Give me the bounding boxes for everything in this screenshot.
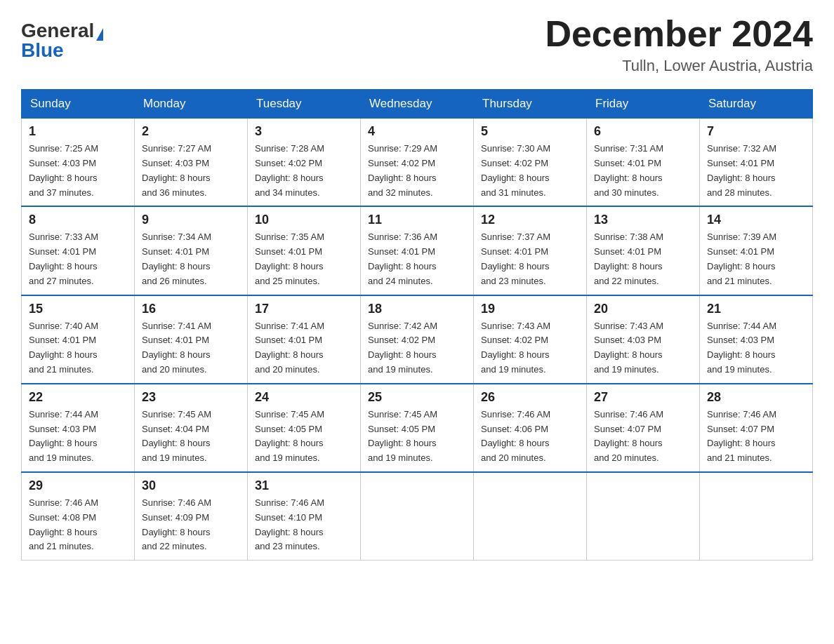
- month-title: December 2024: [545, 14, 813, 54]
- calendar-day-cell: 6Sunrise: 7:31 AMSunset: 4:01 PMDaylight…: [587, 119, 700, 207]
- day-info: Sunrise: 7:32 AMSunset: 4:01 PMDaylight:…: [707, 142, 805, 200]
- day-number: 24: [255, 390, 353, 405]
- day-info: Sunrise: 7:46 AMSunset: 4:10 PMDaylight:…: [255, 496, 353, 554]
- calendar-day-cell: [587, 472, 700, 561]
- calendar-day-cell: 5Sunrise: 7:30 AMSunset: 4:02 PMDaylight…: [474, 119, 587, 207]
- day-number: 22: [29, 390, 127, 405]
- day-number: 5: [481, 124, 579, 139]
- calendar-day-cell: 7Sunrise: 7:32 AMSunset: 4:01 PMDaylight…: [700, 119, 813, 207]
- day-info: Sunrise: 7:37 AMSunset: 4:01 PMDaylight:…: [481, 230, 579, 288]
- day-info: Sunrise: 7:36 AMSunset: 4:01 PMDaylight:…: [368, 230, 466, 288]
- day-info: Sunrise: 7:31 AMSunset: 4:01 PMDaylight:…: [594, 142, 692, 200]
- day-info: Sunrise: 7:28 AMSunset: 4:02 PMDaylight:…: [255, 142, 353, 200]
- weekday-header-friday: Friday: [587, 90, 700, 119]
- calendar-day-cell: 11Sunrise: 7:36 AMSunset: 4:01 PMDayligh…: [361, 206, 474, 295]
- day-info: Sunrise: 7:25 AMSunset: 4:03 PMDaylight:…: [29, 142, 127, 200]
- calendar-day-cell: 16Sunrise: 7:41 AMSunset: 4:01 PMDayligh…: [135, 295, 248, 384]
- day-number: 3: [255, 124, 353, 139]
- calendar-day-cell: 2Sunrise: 7:27 AMSunset: 4:03 PMDaylight…: [135, 119, 248, 207]
- day-number: 30: [142, 478, 240, 493]
- day-info: Sunrise: 7:39 AMSunset: 4:01 PMDaylight:…: [707, 230, 805, 288]
- day-number: 20: [594, 302, 692, 316]
- day-number: 16: [142, 302, 240, 316]
- day-info: Sunrise: 7:46 AMSunset: 4:09 PMDaylight:…: [142, 496, 240, 554]
- day-info: Sunrise: 7:42 AMSunset: 4:02 PMDaylight:…: [368, 319, 466, 377]
- calendar-day-cell: 30Sunrise: 7:46 AMSunset: 4:09 PMDayligh…: [135, 472, 248, 561]
- day-info: Sunrise: 7:46 AMSunset: 4:07 PMDaylight:…: [707, 408, 805, 466]
- day-number: 1: [29, 124, 127, 139]
- day-info: Sunrise: 7:46 AMSunset: 4:08 PMDaylight:…: [29, 496, 127, 554]
- day-number: 10: [255, 213, 353, 227]
- day-number: 19: [481, 302, 579, 316]
- day-info: Sunrise: 7:43 AMSunset: 4:03 PMDaylight:…: [594, 319, 692, 377]
- calendar-day-cell: 19Sunrise: 7:43 AMSunset: 4:02 PMDayligh…: [474, 295, 587, 384]
- day-info: Sunrise: 7:45 AMSunset: 4:04 PMDaylight:…: [142, 408, 240, 466]
- day-number: 31: [255, 478, 353, 493]
- calendar-week-row: 29Sunrise: 7:46 AMSunset: 4:08 PMDayligh…: [22, 472, 813, 561]
- day-info: Sunrise: 7:29 AMSunset: 4:02 PMDaylight:…: [368, 142, 466, 200]
- calendar-day-cell: [361, 472, 474, 561]
- day-info: Sunrise: 7:33 AMSunset: 4:01 PMDaylight:…: [29, 230, 127, 288]
- weekday-header-row: SundayMondayTuesdayWednesdayThursdayFrid…: [22, 90, 813, 119]
- calendar-day-cell: 13Sunrise: 7:38 AMSunset: 4:01 PMDayligh…: [587, 206, 700, 295]
- day-number: 23: [142, 390, 240, 405]
- logo-line1: General: [21, 21, 103, 41]
- calendar-week-row: 15Sunrise: 7:40 AMSunset: 4:01 PMDayligh…: [22, 295, 813, 384]
- calendar-day-cell: 8Sunrise: 7:33 AMSunset: 4:01 PMDaylight…: [22, 206, 135, 295]
- calendar-day-cell: 20Sunrise: 7:43 AMSunset: 4:03 PMDayligh…: [587, 295, 700, 384]
- calendar-day-cell: 25Sunrise: 7:45 AMSunset: 4:05 PMDayligh…: [361, 384, 474, 472]
- calendar-day-cell: 24Sunrise: 7:45 AMSunset: 4:05 PMDayligh…: [248, 384, 361, 472]
- day-number: 9: [142, 213, 240, 227]
- day-info: Sunrise: 7:44 AMSunset: 4:03 PMDaylight:…: [707, 319, 805, 377]
- location-title: Tulln, Lower Austria, Austria: [545, 57, 813, 75]
- day-number: 4: [368, 124, 466, 139]
- logo-blue-text: Blue: [21, 39, 64, 61]
- calendar-week-row: 8Sunrise: 7:33 AMSunset: 4:01 PMDaylight…: [22, 206, 813, 295]
- calendar-week-row: 1Sunrise: 7:25 AMSunset: 4:03 PMDaylight…: [22, 119, 813, 207]
- calendar-day-cell: 31Sunrise: 7:46 AMSunset: 4:10 PMDayligh…: [248, 472, 361, 561]
- day-number: 15: [29, 302, 127, 316]
- day-number: 11: [368, 213, 466, 227]
- logo-general-text: General: [21, 20, 94, 41]
- day-info: Sunrise: 7:41 AMSunset: 4:01 PMDaylight:…: [255, 319, 353, 377]
- page-header: General Blue December 2024 Tulln, Lower …: [21, 14, 813, 75]
- calendar-day-cell: 4Sunrise: 7:29 AMSunset: 4:02 PMDaylight…: [361, 119, 474, 207]
- day-number: 18: [368, 302, 466, 316]
- calendar-day-cell: 9Sunrise: 7:34 AMSunset: 4:01 PMDaylight…: [135, 206, 248, 295]
- calendar-day-cell: 29Sunrise: 7:46 AMSunset: 4:08 PMDayligh…: [22, 472, 135, 561]
- day-number: 29: [29, 478, 127, 493]
- day-info: Sunrise: 7:46 AMSunset: 4:07 PMDaylight:…: [594, 408, 692, 466]
- day-number: 2: [142, 124, 240, 139]
- day-number: 25: [368, 390, 466, 405]
- calendar-day-cell: 17Sunrise: 7:41 AMSunset: 4:01 PMDayligh…: [248, 295, 361, 384]
- calendar-day-cell: 21Sunrise: 7:44 AMSunset: 4:03 PMDayligh…: [700, 295, 813, 384]
- calendar-day-cell: 3Sunrise: 7:28 AMSunset: 4:02 PMDaylight…: [248, 119, 361, 207]
- day-number: 7: [707, 124, 805, 139]
- day-info: Sunrise: 7:45 AMSunset: 4:05 PMDaylight:…: [255, 408, 353, 466]
- logo-triangle-icon: [96, 28, 103, 41]
- calendar-day-cell: 23Sunrise: 7:45 AMSunset: 4:04 PMDayligh…: [135, 384, 248, 472]
- day-number: 21: [707, 302, 805, 316]
- day-info: Sunrise: 7:40 AMSunset: 4:01 PMDaylight:…: [29, 319, 127, 377]
- day-number: 8: [29, 213, 127, 227]
- calendar-day-cell: 18Sunrise: 7:42 AMSunset: 4:02 PMDayligh…: [361, 295, 474, 384]
- calendar-table: SundayMondayTuesdayWednesdayThursdayFrid…: [21, 89, 813, 561]
- day-number: 17: [255, 302, 353, 316]
- day-info: Sunrise: 7:44 AMSunset: 4:03 PMDaylight:…: [29, 408, 127, 466]
- day-number: 27: [594, 390, 692, 405]
- calendar-day-cell: 26Sunrise: 7:46 AMSunset: 4:06 PMDayligh…: [474, 384, 587, 472]
- logo: General Blue: [21, 14, 103, 60]
- title-section: December 2024 Tulln, Lower Austria, Aust…: [545, 14, 813, 75]
- day-info: Sunrise: 7:45 AMSunset: 4:05 PMDaylight:…: [368, 408, 466, 466]
- day-info: Sunrise: 7:27 AMSunset: 4:03 PMDaylight:…: [142, 142, 240, 200]
- weekday-header-tuesday: Tuesday: [248, 90, 361, 119]
- day-info: Sunrise: 7:43 AMSunset: 4:02 PMDaylight:…: [481, 319, 579, 377]
- day-number: 12: [481, 213, 579, 227]
- day-number: 14: [707, 213, 805, 227]
- calendar-day-cell: 14Sunrise: 7:39 AMSunset: 4:01 PMDayligh…: [700, 206, 813, 295]
- calendar-day-cell: 1Sunrise: 7:25 AMSunset: 4:03 PMDaylight…: [22, 119, 135, 207]
- day-info: Sunrise: 7:30 AMSunset: 4:02 PMDaylight:…: [481, 142, 579, 200]
- calendar-week-row: 22Sunrise: 7:44 AMSunset: 4:03 PMDayligh…: [22, 384, 813, 472]
- day-number: 6: [594, 124, 692, 139]
- day-info: Sunrise: 7:35 AMSunset: 4:01 PMDaylight:…: [255, 230, 353, 288]
